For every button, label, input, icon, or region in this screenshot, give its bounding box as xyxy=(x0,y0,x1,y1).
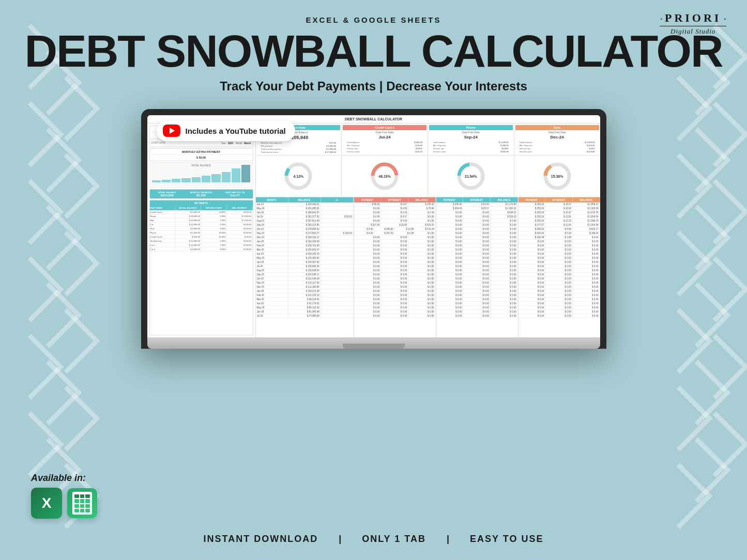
youtube-badge-text: Includes a YouTube tutorial xyxy=(186,127,286,135)
footer-separator-1: | xyxy=(339,534,341,545)
tagline-text: Track Your Debt Payments | Decrease Your… xyxy=(220,79,527,94)
main-content: EXCEL & GOOGLE SHEETS DEBT SNOWBALL CALC… xyxy=(0,0,747,349)
mdt-row-1: Credit Card 1$ 5,000.0023.00%$ 500.00 xyxy=(150,210,253,214)
sheets-cell-8 xyxy=(80,509,85,512)
logo-dot-left: · xyxy=(660,12,663,24)
summary-section: INITIAL BALANCE $214,800 MONTHLY PAYMENT… xyxy=(149,189,253,199)
month-value: March xyxy=(244,142,251,145)
sheets-cell-1 xyxy=(74,499,79,503)
mdt-row-8: Student loan$ 25,000.003.00%$ 350.00 xyxy=(150,239,253,243)
app-icons: X xyxy=(31,488,97,519)
phone-data-body: $ 200.00$ 53.44$ 1,170.84 $ 200.00$ 28.2… xyxy=(436,203,518,318)
product-subtitle: EXCEL & GOOGLE SHEETS xyxy=(306,15,441,24)
cc2-header: Credit Card 2 xyxy=(343,125,426,130)
sheets-cell-9 xyxy=(85,509,90,512)
sheets-cell-6 xyxy=(85,504,90,508)
cc2-percent: 48.19% xyxy=(378,175,391,178)
sheets-cell-7 xyxy=(74,509,79,512)
laptop-base xyxy=(147,337,600,349)
chart-bar-2 xyxy=(162,180,171,182)
month-balance-col: MONTH BALANCE +/- Apr-24$ 209,940.01 May… xyxy=(256,197,354,337)
footer-separator-2: | xyxy=(447,534,449,545)
summary-monthly-value: $5,330 xyxy=(185,194,217,197)
month-balance-header: MONTH BALANCE +/- xyxy=(256,197,354,203)
extra-payment-label: MONTHLY EXTRA PAYMENT xyxy=(151,150,251,155)
sofa-percent: 15.38% xyxy=(551,175,563,178)
left-panel: CURRENCY $ START DATE Year 2024 Month xyxy=(147,123,256,337)
cc2-donut: 48.19% xyxy=(342,155,428,197)
mdt-col-rate: INTEREST RATE xyxy=(201,206,227,210)
logo-brand-name: PRIORI xyxy=(665,11,721,25)
data-tables-row: MONTH BALANCE +/- Apr-24$ 209,940.01 May… xyxy=(256,197,600,337)
cc2-data-body: $ 80.00$ 6.67$ 155.42 $ 0.00$ 4.53$ 79.9… xyxy=(354,203,436,318)
cc2-col: Credit Card 2 Debt Free Date Jul-24 Init… xyxy=(342,123,428,155)
mdt-row-2: House$ 98,000.003.00%$ 1,600.00 xyxy=(150,214,253,219)
month-col-header: MONTH xyxy=(256,197,288,203)
sheets-cell-2 xyxy=(80,499,85,503)
brand-logo: · PRIORI · Digital Studio xyxy=(660,11,726,36)
phone-data-header: PAYMENT INTEREST BALANCE xyxy=(436,197,518,203)
summary-debt-value: Oct-27 xyxy=(219,194,251,197)
phone-donut: 21.94% xyxy=(428,155,514,197)
mdt-col-name: DEBT NAME xyxy=(150,206,176,210)
chart-bar-4 xyxy=(181,178,190,182)
cc2-subheader: Debt Free Date xyxy=(376,131,393,134)
chart-bar-10 xyxy=(241,165,250,182)
my-debts-header: DEBT NAME INITIAL BALANCE INTEREST RATE … xyxy=(150,206,253,210)
cc2-balance-header: BALANCE xyxy=(408,197,436,203)
laptop-screen: DEBT SNOWBALL CALCULATOR CURRENCY $ STAR… xyxy=(147,115,600,337)
page-title: DEBT SNOWBALL CALCULATOR xyxy=(24,28,722,74)
cc2-payment-col: PAYMENT INTEREST BALANCE $ 80.00$ 6.67$ … xyxy=(354,197,436,337)
overview-donut-container: 4.12% xyxy=(283,161,314,192)
balance-col-header: BALANCE xyxy=(288,197,321,203)
youtube-badge: Includes a YouTube tutorial xyxy=(157,120,295,141)
sofa-donut: 15.38% xyxy=(514,155,600,197)
year-label: Year xyxy=(221,142,226,145)
mdt-row-7: Credit Card 2$ 500.0035.00%$ 30.00 xyxy=(150,235,253,239)
summary-initial-value: $214,800 xyxy=(151,194,184,197)
spreadsheet-body: CURRENCY $ START DATE Year 2024 Month xyxy=(147,123,600,337)
youtube-icon xyxy=(163,125,180,137)
cc2-data-header: PAYMENT INTEREST BALANCE xyxy=(354,197,436,203)
interest-label-sm: Total interest owed xyxy=(261,151,278,153)
sofa-data-body: $ 250.00$ 18.47$ 2,558.47 $ 250.00$ 16.9… xyxy=(519,203,600,318)
phone-donut-container: 21.94% xyxy=(455,161,486,192)
phone-percent: 21.94% xyxy=(465,175,477,178)
sheets-cell-5 xyxy=(80,504,85,508)
sheets-grid xyxy=(72,492,92,515)
mdt-col-payment: MIN. PAYMENT xyxy=(227,206,253,210)
overview-percent: 4.12% xyxy=(293,175,303,178)
start-date-label: START DATE xyxy=(151,142,165,145)
phone-payment-col: PAYMENT INTEREST BALANCE $ 200.00$ 53.44… xyxy=(436,197,519,337)
sheets-cell-4 xyxy=(74,504,79,508)
total-label-sm: Total monthly payment xyxy=(261,148,282,150)
footer-item-3: EASY TO USE xyxy=(470,534,543,545)
initial-balance-chart: INITIAL BALANCE xyxy=(149,162,253,188)
laptop-mockup: Includes a YouTube tutorial DEBT SNOWBAL… xyxy=(141,109,606,349)
mdt-row-5: Sofa$ 3,000.008.00%$ 250.00 xyxy=(150,227,253,231)
extra-label-sm: Monthly extra payment xyxy=(261,142,282,144)
available-label: Available in: xyxy=(31,473,86,484)
mdt-row-4: Car$ 12,000.003.00%$ 300.00 xyxy=(150,223,253,227)
donut-charts-row: 4.12% xyxy=(256,155,600,197)
cc2-date: Jul-24 xyxy=(379,135,391,139)
chart-bar-5 xyxy=(192,177,201,182)
extra-payment-section: MONTHLY EXTRA PAYMENT $ 50.00 xyxy=(149,148,253,161)
month-balance-body: Apr-24$ 209,940.01 May-24$ 201,485.81 Ju… xyxy=(256,203,354,318)
chart-title: INITIAL BALANCE xyxy=(191,164,210,167)
chart-bar-9 xyxy=(232,168,240,182)
overview-headers-row: Overview Current Balance $205,940 Monthl… xyxy=(256,123,600,155)
sofa-date: Dec-24 xyxy=(551,135,564,139)
sheets-cell-h2 xyxy=(80,494,85,498)
chart-bar-1 xyxy=(152,180,161,182)
sofa-header: Sofa xyxy=(515,125,599,130)
cc2-donut-container: 48.19% xyxy=(369,161,400,192)
phone-col: Phone Debt Free Date Sep-24 Initial bala… xyxy=(428,123,514,155)
sofa-col: Sofa Debt Free Date Dec-24 Initial balan… xyxy=(514,123,600,155)
chart-bar-8 xyxy=(222,172,231,182)
extra-payment-value: $ 50.00 xyxy=(151,156,251,159)
sheets-cell-h1 xyxy=(74,494,79,498)
chart-bar-6 xyxy=(202,176,210,182)
overview-donut: 4.12% xyxy=(256,155,342,197)
cc2-payment-header: PAYMENT xyxy=(354,197,382,203)
